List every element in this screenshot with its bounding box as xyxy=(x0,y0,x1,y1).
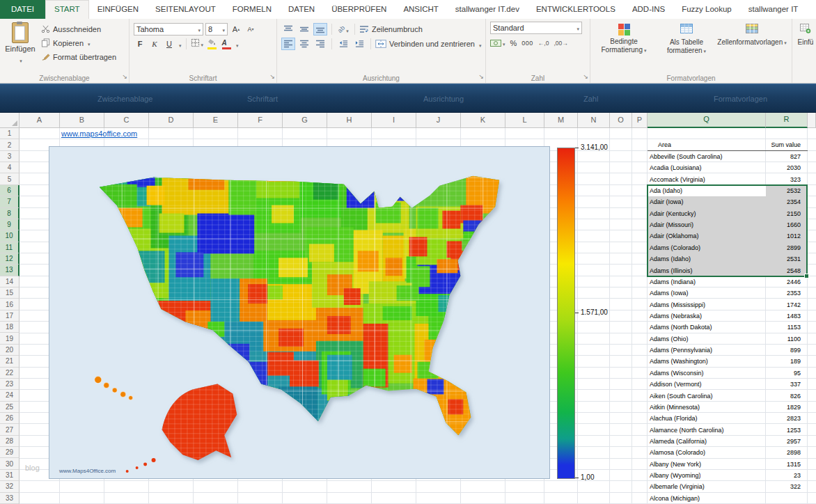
county-name-cell[interactable]: Adams (Washington) xyxy=(650,358,708,365)
table-row[interactable]: Alamance (North Carolina)1253 xyxy=(648,424,808,435)
table-row[interactable]: Alamosa (Colorado)2898 xyxy=(648,447,808,458)
row-header-25[interactable]: 25 xyxy=(0,402,19,413)
county-name-cell[interactable]: Adams (Colorado) xyxy=(650,244,700,251)
tab-überprüfen[interactable]: ÜBERPRÜFEN xyxy=(323,0,395,19)
column-header-j[interactable]: J xyxy=(416,113,461,128)
county-name-cell[interactable]: Ada (Idaho) xyxy=(650,187,682,194)
row-header-31[interactable]: 31 xyxy=(0,470,19,481)
sum-value-cell[interactable]: 1253 xyxy=(787,427,801,434)
font-color-button[interactable] xyxy=(220,38,233,50)
sum-value-cell[interactable]: 2446 xyxy=(787,278,801,285)
align-right-icon[interactable] xyxy=(313,38,327,50)
row-header-30[interactable]: 30 xyxy=(0,458,19,469)
county-name-cell[interactable]: Adams (Idaho) xyxy=(650,255,691,262)
column-header-r[interactable]: R xyxy=(766,113,808,128)
dialog-launcher-icon[interactable] xyxy=(583,69,588,81)
column-header-q[interactable]: Q xyxy=(648,113,766,128)
table-row[interactable]: Adams (Illinois)2548 xyxy=(648,265,808,276)
row-header-32[interactable]: 32 xyxy=(0,481,19,492)
county-name-cell[interactable]: Alachua (Florida) xyxy=(650,415,698,422)
column-header-b[interactable]: B xyxy=(60,113,104,128)
county-name-cell[interactable]: Alamance (North Carolina) xyxy=(650,427,724,434)
sum-value-cell[interactable]: 2353 xyxy=(787,290,801,297)
sum-value-cell[interactable]: 826 xyxy=(790,393,801,400)
table-row[interactable]: Albemarle (Virginia)322 xyxy=(648,481,808,492)
tab-stallwanger-it[interactable]: stallwanger IT xyxy=(740,0,807,19)
row-header-23[interactable]: 23 xyxy=(0,379,19,390)
sum-value-cell[interactable]: 2898 xyxy=(787,449,801,456)
number-format-select[interactable]: Standard xyxy=(490,22,582,34)
fill-color-button[interactable] xyxy=(205,38,218,50)
dialog-launcher-icon[interactable] xyxy=(122,69,127,81)
table-row[interactable]: Adams (Ohio)1100 xyxy=(648,333,808,345)
row-header-13[interactable]: 13 xyxy=(0,265,19,276)
tab-start[interactable]: START xyxy=(45,0,89,19)
sum-value-cell[interactable]: 2150 xyxy=(787,210,801,217)
tab-seitenlayout[interactable]: SEITENLAYOUT xyxy=(147,0,224,19)
column-header-a[interactable]: A xyxy=(19,113,60,128)
column-header-p[interactable]: P xyxy=(632,113,648,128)
table-row[interactable]: Adams (Mississippi)1742 xyxy=(648,299,808,310)
county-name-cell[interactable]: Adams (Ohio) xyxy=(650,336,689,342)
format-painter-button[interactable]: Format übertragen xyxy=(40,51,116,63)
row-header-3[interactable]: 3 xyxy=(0,151,19,162)
county-name-cell[interactable]: Adair (Kentucky) xyxy=(650,210,696,217)
row-header-22[interactable]: 22 xyxy=(0,368,19,379)
tab-entwicklertools[interactable]: ENTWICKLERTOOLS xyxy=(528,0,624,19)
row-header-26[interactable]: 26 xyxy=(0,413,19,424)
column-header-d[interactable]: D xyxy=(149,113,194,128)
sum-value-cell[interactable]: 337 xyxy=(790,381,801,388)
row-header-15[interactable]: 15 xyxy=(0,288,19,299)
add-decimal-button[interactable]: ←,0 xyxy=(538,40,549,47)
row-header-8[interactable]: 8 xyxy=(0,208,19,219)
county-name-cell[interactable]: Adair (Missouri) xyxy=(650,221,693,228)
tab-fuzzy-lookup[interactable]: Fuzzy Lookup xyxy=(673,0,740,19)
underline-button[interactable]: U xyxy=(163,38,175,50)
align-left-icon[interactable] xyxy=(281,38,295,50)
font-size-select[interactable]: 8 xyxy=(205,23,228,36)
county-name-cell[interactable]: Adair (Iowa) xyxy=(650,198,684,205)
sum-value-cell[interactable]: 2531 xyxy=(787,255,801,262)
county-name-cell[interactable]: Adams (Illinois) xyxy=(650,267,693,274)
column-header-k[interactable]: K xyxy=(461,113,505,128)
county-name-cell[interactable]: Abbeville (South Carolina) xyxy=(650,153,723,160)
sum-value-cell[interactable]: 1315 xyxy=(787,461,801,468)
table-row[interactable]: Aiken (South Carolina)826 xyxy=(648,390,808,401)
county-name-cell[interactable]: Albany (Wyoming) xyxy=(650,472,700,479)
tab-add-ins[interactable]: ADD-INS xyxy=(624,0,673,19)
sum-value-cell[interactable]: 322 xyxy=(790,483,801,490)
column-header-f[interactable]: F xyxy=(238,113,283,128)
county-name-cell[interactable]: Adams (Indiana) xyxy=(650,278,696,285)
row-header-14[interactable]: 14 xyxy=(0,276,19,288)
map-chart-object[interactable]: www.Maps4Office.com xyxy=(49,146,550,479)
tab-ansicht[interactable]: ANSICHT xyxy=(395,0,446,19)
table-row[interactable]: Alcona (Michigan) xyxy=(648,493,808,504)
county-name-cell[interactable]: Adams (Wisconsin) xyxy=(650,370,704,377)
select-all-corner[interactable] xyxy=(0,113,19,128)
sum-value-cell[interactable]: 2957 xyxy=(787,438,801,445)
table-row[interactable]: Alameda (California)2957 xyxy=(648,436,808,447)
remove-decimal-button[interactable]: ,00→ xyxy=(554,40,567,47)
row-header-27[interactable]: 27 xyxy=(0,424,19,435)
font-family-select[interactable]: Tahoma xyxy=(134,23,203,36)
bold-button[interactable]: F xyxy=(134,38,146,50)
sum-value-cell[interactable]: 2030 xyxy=(787,164,801,171)
row-header-17[interactable]: 17 xyxy=(0,310,19,322)
row-header-7[interactable]: 7 xyxy=(0,196,19,207)
row-header-11[interactable]: 11 xyxy=(0,242,19,253)
row-header-4[interactable]: 4 xyxy=(0,162,19,173)
column-header-l[interactable]: L xyxy=(505,113,544,128)
table-row[interactable]: Alachua (Florida)2823 xyxy=(648,413,808,424)
table-row[interactable]: Adair (Iowa)2354 xyxy=(648,196,808,207)
table-row[interactable]: Adams (Pennsylvania)899 xyxy=(648,345,808,356)
tab-daten[interactable]: DATEN xyxy=(280,0,323,19)
row-header-2[interactable]: 2 xyxy=(0,139,19,150)
sum-value-cell[interactable]: 899 xyxy=(790,347,801,354)
row-header-16[interactable]: 16 xyxy=(0,299,19,310)
table-row[interactable]: Addison (Vermont)337 xyxy=(648,379,808,390)
row-header-6[interactable]: 6 xyxy=(0,185,19,196)
dialog-launcher-icon[interactable] xyxy=(478,69,484,81)
cell-styles-button[interactable]: Zellenformatvorlagen xyxy=(719,22,785,72)
sum-value-cell[interactable]: 1153 xyxy=(787,324,801,331)
table-row[interactable]: Accomack (Virginia)323 xyxy=(648,173,808,184)
